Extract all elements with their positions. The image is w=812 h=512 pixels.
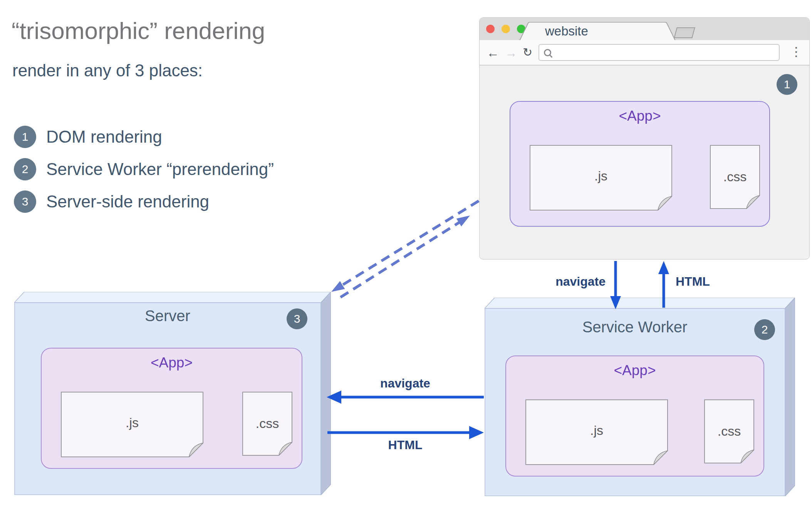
menu-kebab-icon[interactable]: ⋮ — [790, 45, 802, 58]
html-label-horizontal: HTML — [349, 438, 461, 452]
server-box: Server 3 <App> .js .css — [14, 292, 331, 495]
legend-label-1: DOM rendering — [46, 127, 162, 147]
app-panel-server: <App> .js .css — [41, 348, 302, 469]
page-subtitle: render in any of 3 places: — [12, 61, 203, 80]
app-tag-label: <App> — [506, 362, 763, 379]
css-file-icon: .css — [704, 399, 754, 463]
css-file-label: .css — [704, 424, 754, 439]
service-worker-title: Service Worker — [485, 318, 785, 336]
legend-item-1: 1 DOM rendering — [14, 126, 274, 148]
navigate-arrow-sw-to-server — [327, 391, 484, 404]
legend: 1 DOM rendering 2 Service Worker “preren… — [14, 126, 274, 223]
service-worker-box: Service Worker 2 <App> .js .css — [485, 298, 795, 496]
js-file-label: .js — [525, 423, 668, 438]
server-title: Server — [14, 307, 321, 325]
browser-toolbar: ← → ↻ ⋮ — [480, 40, 809, 66]
browser-content: 1 <App> .js .css — [480, 66, 809, 259]
back-icon[interactable]: ← — [487, 46, 499, 59]
step-badge-3: 3 — [287, 308, 307, 329]
app-tag-label: <App> — [42, 355, 302, 371]
sw-box-right-face — [785, 298, 795, 496]
css-file-label: .css — [710, 169, 760, 184]
legend-badge-3: 3 — [14, 190, 36, 213]
server-box-right-face — [321, 292, 331, 495]
legend-item-3: 3 Server-side rendering — [14, 190, 274, 213]
app-panel-browser: <App> .js .css — [510, 101, 770, 227]
js-file-icon: .js — [530, 145, 672, 211]
dashed-arrow-browser-to-server — [329, 201, 479, 296]
js-file-label: .js — [61, 415, 203, 430]
app-panel-service-worker: <App> .js .css — [505, 355, 764, 477]
html-arrow-server-to-sw — [327, 426, 484, 439]
legend-badge-1: 1 — [14, 126, 36, 148]
page-title: “trisomorphic” rendering — [12, 17, 265, 44]
app-tag-label: <App> — [510, 108, 769, 124]
css-file-icon: .css — [710, 145, 760, 209]
legend-label-2: Service Worker “prerendering” — [46, 160, 274, 179]
close-window-icon[interactable] — [486, 25, 495, 33]
diagram-canvas: “trisomorphic” rendering render in any o… — [0, 0, 812, 512]
new-tab-button[interactable] — [674, 27, 695, 38]
address-bar[interactable] — [539, 44, 780, 61]
browser-titlebar: website — [480, 18, 809, 40]
browser-tab[interactable] — [519, 22, 677, 40]
navigate-label-horizontal: navigate — [349, 376, 461, 391]
server-box-top-face — [14, 292, 331, 303]
dashed-arrow-server-to-browser — [341, 212, 472, 297]
css-file-label: .css — [242, 416, 292, 431]
js-file-icon: .js — [61, 392, 203, 457]
step-badge-1: 1 — [777, 74, 797, 95]
js-file-icon: .js — [525, 399, 668, 465]
browser-window: website ← → ↻ ⋮ 1 <App> .js — [479, 17, 810, 259]
reload-icon[interactable]: ↻ — [523, 47, 532, 58]
js-file-label: .js — [530, 168, 672, 184]
forward-icon[interactable]: → — [505, 46, 517, 59]
legend-item-2: 2 Service Worker “prerendering” — [14, 158, 274, 180]
html-label-vertical: HTML — [676, 275, 710, 289]
legend-badge-2: 2 — [14, 158, 36, 180]
step-badge-2: 2 — [754, 319, 775, 340]
legend-label-3: Server-side rendering — [46, 192, 209, 211]
navigate-label-vertical: navigate — [508, 275, 606, 289]
minimize-window-icon[interactable] — [502, 25, 510, 33]
css-file-icon: .css — [242, 392, 292, 456]
search-icon — [544, 49, 551, 56]
tab-title: website — [545, 24, 588, 39]
sw-box-top-face — [485, 298, 795, 308]
